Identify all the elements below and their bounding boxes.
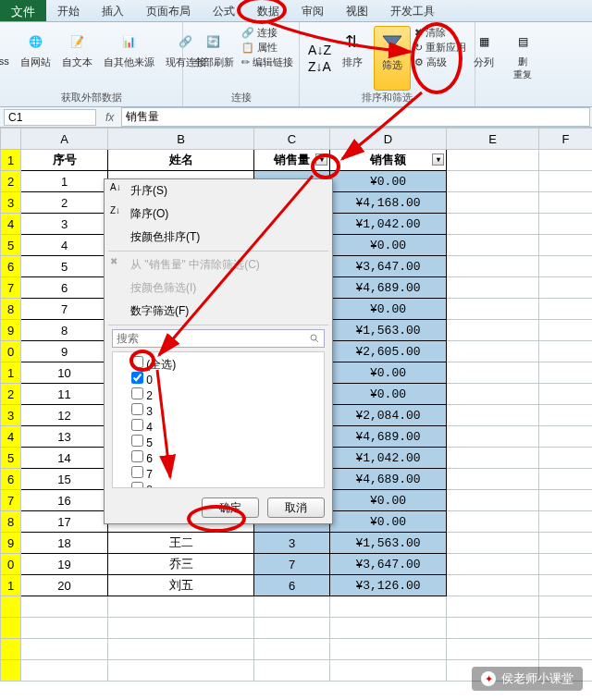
col-C[interactable]: C [254, 129, 330, 150]
cell[interactable]: 5 [21, 256, 108, 277]
cell[interactable] [21, 596, 108, 618]
cell[interactable]: ¥0.00 [330, 384, 447, 405]
tab-home[interactable]: 开始 [46, 0, 91, 21]
btn-remove-dup[interactable]: ▤删重复 [505, 26, 540, 104]
row-head[interactable] [1, 639, 21, 660]
row-head[interactable]: 9 [1, 533, 21, 554]
cell[interactable] [539, 320, 593, 341]
cell[interactable] [447, 214, 539, 235]
cell[interactable]: ¥3,647.00 [330, 554, 447, 575]
row-head[interactable]: 9 [1, 320, 21, 341]
cell[interactable] [447, 299, 539, 320]
row-head[interactable]: 4 [1, 426, 21, 448]
cell[interactable]: 15 [21, 469, 108, 490]
cell[interactable] [447, 150, 539, 171]
sort-za-icon[interactable]: Z↓A [308, 59, 331, 74]
row-head[interactable]: 0 [1, 554, 21, 575]
cell[interactable] [447, 256, 539, 277]
cell[interactable] [539, 171, 593, 192]
cell[interactable] [108, 596, 254, 618]
cell[interactable]: ¥1,042.00 [330, 214, 447, 235]
cell[interactable]: ¥4,689.00 [330, 277, 447, 299]
header-c[interactable]: 销售量▾ [254, 150, 330, 171]
cell[interactable]: ¥3,126.00 [330, 575, 447, 596]
filter-dropdown-c[interactable]: ▾ [315, 154, 327, 166]
cell[interactable]: 6 [254, 575, 330, 596]
cell[interactable]: ¥2,605.00 [330, 341, 447, 362]
name-box[interactable]: C1 [4, 109, 96, 126]
cell[interactable] [447, 448, 539, 469]
btn-edit-links[interactable]: ✏编辑链接 [241, 55, 293, 69]
cell[interactable] [108, 639, 254, 660]
cell[interactable]: 8 [21, 320, 108, 341]
filter-option[interactable]: 2 [131, 387, 320, 403]
cell[interactable]: ¥0.00 [330, 171, 447, 192]
cell[interactable]: ¥1,563.00 [330, 533, 447, 554]
cell[interactable] [21, 660, 108, 682]
row-head[interactable]: 5 [1, 235, 21, 256]
cell[interactable] [539, 448, 593, 469]
row-head[interactable]: 2 [1, 384, 21, 405]
cell[interactable] [330, 596, 447, 618]
cell[interactable] [539, 469, 593, 490]
cell[interactable] [539, 277, 593, 299]
cell[interactable] [539, 214, 593, 235]
cell[interactable] [539, 384, 593, 405]
cell[interactable] [447, 171, 539, 192]
cell[interactable] [21, 639, 108, 660]
cell[interactable]: 乔三 [108, 554, 254, 575]
tab-layout[interactable]: 页面布局 [135, 0, 202, 21]
filter-option[interactable]: 4 [131, 419, 320, 435]
btn-properties[interactable]: 📋属性 [241, 41, 293, 55]
cell[interactable]: 3 [254, 533, 330, 554]
cell[interactable]: 12 [21, 405, 108, 426]
cell[interactable] [447, 554, 539, 575]
filter-checkbox[interactable] [131, 435, 143, 447]
formula-input[interactable]: 销售量 [121, 107, 590, 127]
sort-asc[interactable]: A↓升序(S) [105, 179, 332, 203]
sort-by-color[interactable]: 按颜色排序(T) [105, 226, 332, 249]
cell[interactable] [539, 596, 593, 618]
cell[interactable] [447, 235, 539, 256]
cell[interactable] [539, 533, 593, 554]
row-head[interactable]: 7 [1, 490, 21, 511]
cell[interactable] [254, 596, 330, 618]
cell[interactable]: 11 [21, 384, 108, 405]
cell[interactable]: 6 [21, 277, 108, 299]
cell[interactable] [447, 533, 539, 554]
cell[interactable] [447, 426, 539, 448]
cell[interactable]: 9 [21, 341, 108, 362]
cell[interactable]: ¥0.00 [330, 235, 447, 256]
filter-checkbox[interactable] [131, 403, 143, 415]
cell[interactable] [539, 618, 593, 639]
cell[interactable]: ¥1,042.00 [330, 448, 447, 469]
cell[interactable]: 1 [21, 171, 108, 192]
cell[interactable] [539, 426, 593, 448]
cell[interactable] [447, 362, 539, 384]
cell[interactable] [447, 277, 539, 299]
header-a[interactable]: 序号 [21, 150, 108, 171]
tab-file[interactable]: 文件 [0, 0, 46, 21]
btn-text[interactable]: 📝自文本 [58, 26, 96, 91]
cell[interactable] [447, 575, 539, 596]
cell[interactable]: ¥4,168.00 [330, 192, 447, 214]
row-head[interactable]: 1 [1, 575, 21, 596]
cell[interactable]: ¥0.00 [330, 362, 447, 384]
cell[interactable] [330, 618, 447, 639]
cell[interactable]: 17 [21, 511, 108, 533]
tab-data[interactable]: 数据 [246, 0, 290, 21]
cell[interactable]: ¥1,563.00 [330, 320, 447, 341]
row-head[interactable]: 6 [1, 256, 21, 277]
cell[interactable]: 13 [21, 426, 108, 448]
cell[interactable]: 刘五 [108, 575, 254, 596]
cell[interactable] [539, 554, 593, 575]
header-d[interactable]: 销售额▾ [330, 150, 447, 171]
cell[interactable] [539, 235, 593, 256]
col-D[interactable]: D [330, 129, 447, 150]
cell[interactable] [447, 639, 539, 660]
tab-dev[interactable]: 开发工具 [379, 0, 446, 21]
btn-advanced[interactable]: ⚙高级 [414, 55, 466, 69]
btn-filter[interactable]: 筛选 [374, 26, 411, 91]
cell[interactable] [539, 405, 593, 426]
fx-icon[interactable]: fx [105, 111, 114, 124]
